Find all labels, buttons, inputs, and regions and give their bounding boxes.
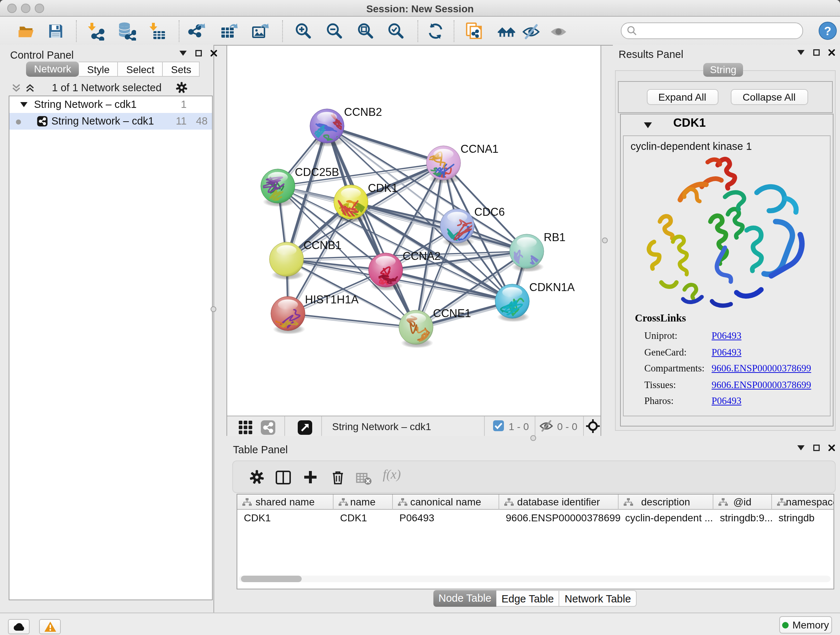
- tab-style[interactable]: Style: [79, 62, 118, 77]
- table-cell[interactable]: CDK1: [237, 510, 333, 526]
- string-settings-button[interactable]: [258, 418, 277, 437]
- crosslink-value-link[interactable]: 9606.ENSP00000378699: [712, 379, 811, 390]
- eye-slash-icon: [522, 21, 540, 41]
- function-builder-button[interactable]: f(x): [383, 467, 401, 482]
- zoom-selected-button[interactable]: [386, 22, 405, 41]
- import-table-file-button[interactable]: [148, 22, 166, 41]
- cloud-button[interactable]: [8, 619, 30, 634]
- tab-string[interactable]: String: [703, 63, 743, 77]
- network-selection-header: 1 of 1 Network selected: [0, 80, 213, 96]
- network-options-gear-icon[interactable]: [176, 82, 187, 93]
- crosshair-icon: [586, 419, 600, 432]
- column-header-shared-name[interactable]: shared name: [237, 494, 333, 510]
- help-button[interactable]: ?: [818, 21, 837, 40]
- table-hscrollbar-thumb[interactable]: [241, 576, 302, 582]
- column-header-label: namespace: [772, 496, 834, 508]
- section-expander-icon[interactable]: [644, 122, 652, 128]
- tab-node-table[interactable]: Node Table: [433, 590, 496, 607]
- column-header-name[interactable]: name: [333, 494, 393, 510]
- zoom-out-button[interactable]: [325, 22, 344, 41]
- show-all-button[interactable]: [497, 22, 516, 41]
- table-cell[interactable]: P06493: [393, 510, 499, 526]
- save-session-button[interactable]: [46, 22, 65, 41]
- table-cell[interactable]: 9606.ENSP00000378699: [499, 510, 619, 526]
- warnings-button[interactable]: [39, 619, 61, 634]
- crosslink-value-link[interactable]: P06493: [712, 330, 742, 341]
- column-header-description[interactable]: description: [619, 494, 714, 510]
- panel-menu-icon[interactable]: [797, 50, 805, 55]
- hidden-indicator-button[interactable]: [539, 418, 554, 433]
- network-tree-row[interactable]: String Network – cdk11: [9, 96, 212, 113]
- fit-selected-button[interactable]: [585, 418, 600, 433]
- float-panel-icon[interactable]: [813, 445, 820, 451]
- birdseye-view-button[interactable]: [236, 418, 255, 437]
- tab-edge-table[interactable]: Edge Table: [496, 590, 560, 607]
- save-floppy-icon: [47, 22, 65, 40]
- float-panel-icon[interactable]: [195, 50, 202, 57]
- float-panel-icon[interactable]: [813, 49, 820, 56]
- node-CCNA1[interactable]: CCNA1: [426, 143, 499, 184]
- import-network-file-button[interactable]: [86, 22, 105, 41]
- clone-network-button[interactable]: [464, 22, 483, 41]
- import-network-database-button[interactable]: [117, 22, 136, 41]
- network-tree-row[interactable]: String Network – cdk11148: [9, 113, 212, 130]
- edge-CCNB2-CCNA1[interactable]: [327, 126, 444, 163]
- select-columns-button[interactable]: [273, 468, 292, 486]
- tab-network[interactable]: Network: [26, 62, 79, 77]
- node-CDKN1A[interactable]: CDKN1A: [495, 281, 575, 322]
- table-cell[interactable]: stringdb:9...: [714, 510, 772, 526]
- left-splitter-handle[interactable]: [210, 306, 216, 312]
- crosslink-value-link[interactable]: P06493: [712, 396, 742, 407]
- expand-all-button[interactable]: Expand All: [646, 89, 718, 105]
- open-in-new-window-button[interactable]: [295, 418, 314, 437]
- netbar-separator: [284, 416, 285, 436]
- refresh-button[interactable]: [426, 22, 445, 41]
- column-header-@id[interactable]: @id: [714, 494, 772, 510]
- close-panel-icon[interactable]: [829, 49, 835, 56]
- node-HIST1H1A[interactable]: HIST1H1A: [271, 293, 359, 334]
- crosslink-value-link[interactable]: P06493: [712, 347, 742, 357]
- add-column-button[interactable]: [301, 468, 320, 486]
- hide-selected-button[interactable]: [522, 22, 540, 41]
- table-cell[interactable]: stringdb: [772, 510, 834, 526]
- table-hscrollbar[interactable]: [239, 576, 831, 582]
- export-table-button[interactable]: [220, 22, 239, 41]
- show-hidden-button[interactable]: [549, 22, 568, 41]
- right-splitter-handle[interactable]: [602, 238, 608, 243]
- column-header-database-identifier[interactable]: database identifier: [499, 494, 619, 510]
- trash-icon: [332, 470, 344, 485]
- edge-HIST1H1A-CCNE1[interactable]: [288, 314, 416, 327]
- table-cell[interactable]: cyclin-dependent ...: [619, 510, 714, 526]
- zoom-in-button[interactable]: [294, 22, 313, 41]
- search-input[interactable]: [640, 25, 795, 37]
- network-canvas[interactable]: CCNB2CCNA1CDC25BCDK1CDC6RB1CCNB1CCNA2CDK…: [227, 46, 600, 416]
- bottom-splitter-handle[interactable]: [531, 435, 536, 441]
- tab-network-table[interactable]: Network Table: [560, 590, 637, 607]
- node-RB1[interactable]: RB1: [510, 231, 566, 272]
- network-tree: String Network – cdk11String Network – c…: [9, 96, 213, 600]
- delete-table-button[interactable]: [355, 469, 373, 488]
- delete-column-button[interactable]: [328, 468, 347, 486]
- collapse-all-button[interactable]: Collapse All: [730, 89, 808, 105]
- memory-button[interactable]: Memory: [779, 616, 832, 633]
- close-panel-icon[interactable]: [829, 445, 835, 451]
- tab-select[interactable]: Select: [118, 62, 163, 77]
- crosslink-value-link[interactable]: 9606.ENSP00000378699: [712, 363, 811, 374]
- table-panel-title: Table Panel: [233, 444, 288, 455]
- gene-description: cyclin-dependent kinase 1: [630, 141, 752, 152]
- tree-expander-icon[interactable]: [20, 102, 27, 107]
- export-network-button[interactable]: [187, 22, 206, 41]
- tab-sets[interactable]: Sets: [163, 62, 200, 77]
- close-panel-icon[interactable]: [210, 50, 217, 57]
- zoom-fit-button[interactable]: [356, 22, 375, 41]
- export-image-button[interactable]: [251, 22, 270, 41]
- panel-menu-icon[interactable]: [180, 51, 187, 56]
- panel-menu-icon[interactable]: [797, 445, 805, 450]
- column-header-namespace[interactable]: namespace: [772, 494, 834, 510]
- node-CCNE1[interactable]: CCNE1: [399, 307, 471, 348]
- open-session-button[interactable]: [17, 22, 35, 41]
- column-header-canonical-name[interactable]: canonical name: [393, 494, 499, 510]
- table-settings-button[interactable]: [248, 468, 266, 486]
- table-cell[interactable]: CDK1: [333, 510, 393, 526]
- selected-indicator-button[interactable]: [492, 419, 504, 432]
